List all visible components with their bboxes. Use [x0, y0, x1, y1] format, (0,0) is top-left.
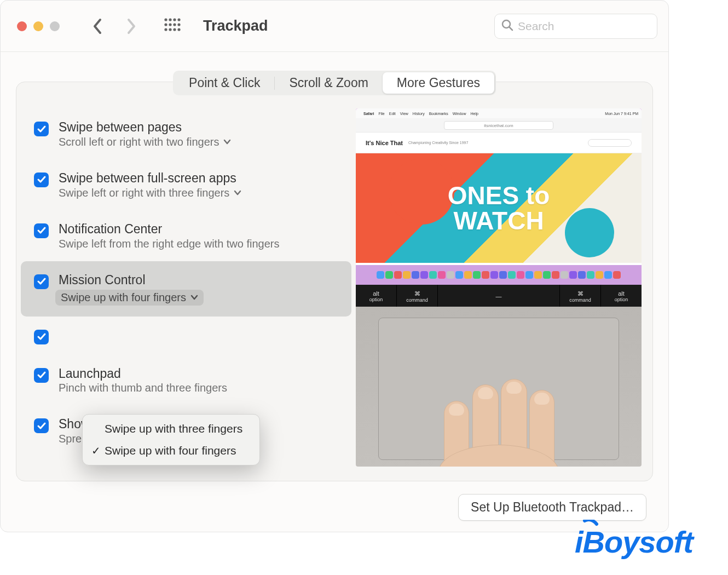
- preview-menubar: Safari File Edit View History Bookmarks …: [356, 108, 642, 118]
- svg-point-8: [164, 28, 167, 31]
- svg-point-9: [169, 28, 171, 31]
- svg-point-11: [177, 28, 180, 31]
- window-controls: [17, 21, 60, 31]
- option-subtitle-select[interactable]: Scroll left or right with two fingers: [59, 136, 231, 148]
- settings-panel: Swipe between pages Scroll left or right…: [16, 82, 653, 481]
- hand-icon: [422, 368, 575, 467]
- content: Swipe between pages Scroll left or right…: [16, 82, 652, 481]
- gesture-preview: Safari File Edit View History Bookmarks …: [356, 108, 642, 481]
- fullscreen-icon[interactable]: [50, 21, 60, 31]
- chevron-down-icon: [190, 295, 198, 300]
- option-title: Swipe between full-screen apps: [59, 170, 241, 187]
- preview-safari: itsnicethat.com It's Nice That Championi…: [356, 118, 642, 265]
- svg-point-2: [173, 18, 176, 21]
- watermark: iBoysoft: [575, 520, 717, 571]
- preview-keyboard-row: altoption ⌘command — ⌘command altoption: [356, 285, 642, 307]
- setup-bluetooth-button[interactable]: Set Up Bluetooth Trackpad…: [458, 494, 646, 521]
- svg-point-1: [169, 18, 171, 21]
- option-title: Swipe between pages: [59, 119, 231, 136]
- preview-site-search: [588, 139, 632, 147]
- preview-dock: [356, 265, 642, 285]
- search-icon: [501, 19, 513, 33]
- checkbox-launchpad[interactable]: [34, 368, 49, 383]
- svg-point-6: [173, 23, 176, 26]
- page-title: Trackpad: [203, 18, 268, 34]
- preview-address: itsnicethat.com: [444, 121, 553, 130]
- svg-text:iBoysoft: iBoysoft: [575, 525, 695, 559]
- preview-trackpad: altoption ⌘command — ⌘command altoption: [356, 285, 642, 467]
- chevron-down-icon: [234, 190, 241, 196]
- preview-site-tag: Championing Creativity Since 1997: [408, 141, 468, 145]
- mission-control-dropdown: Swipe up with three fingers Swipe up wit…: [82, 414, 260, 465]
- checkbox-notification-center[interactable]: [34, 223, 49, 238]
- svg-point-7: [177, 23, 180, 26]
- svg-point-0: [164, 18, 167, 21]
- tab-more-gestures[interactable]: More Gestures: [383, 72, 494, 94]
- checkbox-mission-control[interactable]: [34, 274, 49, 289]
- tab-bar: Point & Click Scroll & Zoom More Gesture…: [173, 71, 496, 95]
- option-title: Launchpad: [59, 366, 227, 382]
- option-subtitle: Swipe left from the right edge with two …: [59, 238, 280, 250]
- dropdown-option-three-fingers[interactable]: Swipe up with three fingers: [85, 418, 257, 440]
- back-icon[interactable]: [93, 18, 103, 34]
- show-all-icon[interactable]: [164, 18, 181, 35]
- checkbox-swipe-pages[interactable]: [34, 122, 49, 136]
- option-notification-center: Notification Center Swipe left from the …: [27, 210, 345, 261]
- options-list: Swipe between pages Scroll left or right…: [27, 108, 345, 481]
- preview-hero: ONES toWATCH: [356, 153, 642, 263]
- close-icon[interactable]: [17, 21, 27, 31]
- tab-scroll-zoom[interactable]: Scroll & Zoom: [275, 72, 382, 94]
- nav-arrows: [93, 18, 136, 34]
- svg-point-10: [173, 28, 176, 31]
- preview-clock: Mon Jun 7 9:41 PM: [605, 112, 638, 116]
- checkbox-swipe-apps[interactable]: [34, 173, 49, 187]
- checkbox-app-expose[interactable]: [34, 330, 49, 344]
- preview-site-brand: It's Nice That: [366, 140, 403, 146]
- preview-screen: Safari File Edit View History Bookmarks …: [356, 108, 642, 285]
- forward-icon: [125, 18, 136, 34]
- option-launchpad: Launchpad Pinch with thumb and three fin…: [27, 355, 345, 406]
- option-subtitle-select[interactable]: Swipe up with four fingers: [55, 290, 204, 306]
- dropdown-option-four-fingers[interactable]: Swipe up with four fingers: [85, 440, 257, 462]
- option-title: Mission Control: [59, 272, 204, 289]
- tab-point-click[interactable]: Point & Click: [175, 72, 274, 94]
- checkbox-show-desktop[interactable]: [34, 418, 49, 433]
- option-app-expose: [27, 317, 345, 355]
- minimize-icon[interactable]: [33, 21, 43, 31]
- toolbar: Trackpad: [1, 1, 668, 52]
- svg-point-5: [169, 23, 171, 26]
- search-field[interactable]: [494, 14, 657, 39]
- option-swipe-apps: Swipe between full-screen apps Swipe lef…: [27, 159, 345, 210]
- option-mission-control: Mission Control Swipe up with four finge…: [21, 261, 351, 317]
- option-subtitle: Pinch with thumb and three fingers: [59, 382, 227, 394]
- option-subtitle-select[interactable]: Swipe left or right with three fingers: [59, 187, 241, 199]
- option-swipe-pages: Swipe between pages Scroll left or right…: [27, 108, 345, 159]
- option-title: Notification Center: [59, 221, 280, 238]
- svg-line-13: [510, 27, 513, 30]
- preview-app-name: Safari: [363, 112, 374, 116]
- search-input[interactable]: [518, 20, 661, 33]
- svg-point-3: [177, 18, 180, 21]
- svg-point-4: [164, 23, 167, 26]
- trackpad-window: Trackpad Point & Click Scroll & Zoom Mor…: [0, 0, 669, 532]
- chevron-down-icon: [223, 139, 231, 145]
